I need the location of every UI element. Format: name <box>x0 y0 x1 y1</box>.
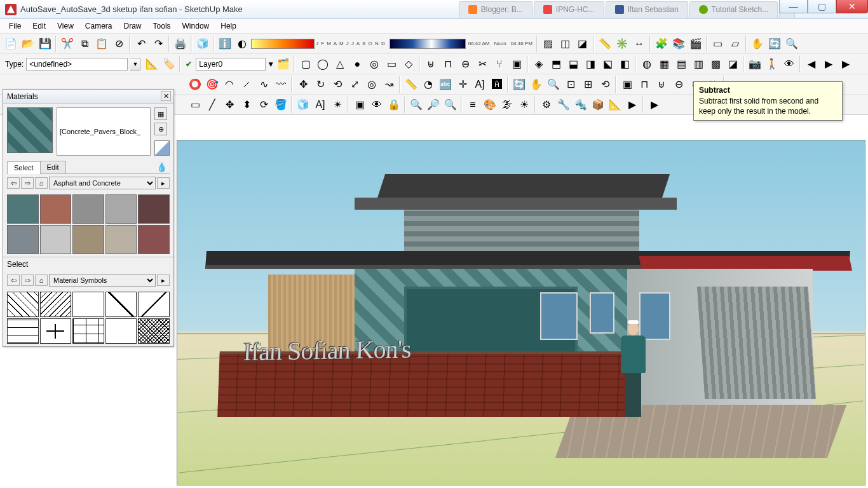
move-icon[interactable]: ✥ <box>221 97 238 113</box>
symbol-swatch[interactable] <box>105 318 137 344</box>
material-name-input[interactable] <box>57 107 151 156</box>
create-material-icon[interactable]: ▦ <box>154 107 167 120</box>
paste-icon[interactable]: 📋 <box>93 36 110 52</box>
subtract-green-icon[interactable]: ⊖ <box>670 76 687 93</box>
outer-shell-icon[interactable]: ▣ <box>508 56 525 72</box>
minimize-button[interactable]: — <box>779 0 808 13</box>
rotate-red-icon[interactable]: ↻ <box>312 76 329 93</box>
hand-icon[interactable]: ✋ <box>749 36 766 52</box>
lib-menu-icon[interactable]: ▸ <box>157 177 170 189</box>
material-swatch[interactable] <box>72 194 104 224</box>
3d-viewport[interactable]: Ifan Sofian Kon's <box>177 140 865 485</box>
symbol-swatch[interactable] <box>7 292 39 317</box>
materials-tab-edit[interactable]: Edit <box>40 161 66 173</box>
outliner-icon[interactable]: 📚 <box>670 36 687 52</box>
layer-icon[interactable]: ≡ <box>465 97 481 113</box>
symbol-swatch[interactable] <box>72 292 104 317</box>
shaded-tex-icon[interactable]: ▩ <box>707 56 724 72</box>
text-icon[interactable]: A] <box>312 97 329 113</box>
plugin6-icon[interactable]: ▶ <box>624 97 641 113</box>
plugin3-icon[interactable]: 🔩 <box>573 97 589 113</box>
walk-icon[interactable]: 🚶 <box>764 56 780 72</box>
axes-tool-icon[interactable]: ✛ <box>454 76 471 93</box>
line-icon[interactable]: ╱ <box>204 97 220 113</box>
hide-icon[interactable]: 👁 <box>369 97 385 113</box>
explode-icon[interactable]: ✴ <box>329 97 346 113</box>
symbol-swatch[interactable] <box>105 292 137 317</box>
info-icon[interactable]: ℹ️ <box>217 36 233 52</box>
dimension-icon[interactable]: ↔ <box>631 36 648 52</box>
dims-tool-icon[interactable]: 📐 <box>144 56 160 72</box>
circle-red-icon[interactable]: ⭕ <box>187 76 203 93</box>
materials-tab-select[interactable]: Select <box>7 161 41 174</box>
nav-fwd-icon[interactable]: ⇨ <box>21 274 34 286</box>
nav-back-icon[interactable]: ⇦ <box>7 274 20 286</box>
front-view-icon[interactable]: ⬓ <box>565 56 581 72</box>
3dtext-icon[interactable]: 🅰 <box>489 76 505 93</box>
tape-measure-icon[interactable]: 📏 <box>597 36 613 52</box>
components-icon[interactable]: 🧩 <box>653 36 670 52</box>
scenes-icon[interactable]: 🎬 <box>688 36 704 52</box>
copy-icon[interactable]: ⧉ <box>76 36 93 52</box>
zoom-in-icon[interactable]: 🔎 <box>425 97 442 113</box>
move-arrows-icon[interactable]: ✥ <box>295 76 311 93</box>
default-material-icon[interactable] <box>154 140 170 156</box>
zoom-extents-icon[interactable]: ⊞ <box>580 76 596 93</box>
split-icon[interactable]: ⑂ <box>491 56 508 72</box>
follow-red-icon[interactable]: ↝ <box>381 76 397 93</box>
eraser-icon[interactable]: ▱ <box>727 36 743 52</box>
box-icon[interactable]: ▢ <box>297 56 314 72</box>
union-green-icon[interactable]: ⊎ <box>653 76 670 93</box>
symbol-swatch[interactable] <box>40 292 72 317</box>
browser-tab[interactable]: Tutorial Sketch... <box>689 1 778 18</box>
prism-icon[interactable]: ◇ <box>400 56 417 72</box>
material-swatch[interactable] <box>138 194 170 224</box>
select-icon[interactable]: ▭ <box>710 36 726 52</box>
print-icon[interactable]: 🖨️ <box>172 36 189 52</box>
maximize-button[interactable]: ▢ <box>808 0 836 13</box>
symbol-swatch[interactable] <box>7 318 39 344</box>
delete-icon[interactable]: ⊘ <box>111 36 127 52</box>
material-swatch[interactable] <box>40 225 72 254</box>
plugin2-icon[interactable]: 🔧 <box>555 97 572 113</box>
torus-icon[interactable]: ◎ <box>366 56 383 72</box>
mono-icon[interactable]: ◪ <box>724 56 741 72</box>
menu-camera[interactable]: Camera <box>80 20 118 32</box>
layer-input[interactable] <box>196 58 266 71</box>
layer-manager-icon[interactable]: 🗂️ <box>275 56 292 72</box>
zoom-sel-icon[interactable]: 🔍 <box>408 97 424 113</box>
orbit-green-icon[interactable]: 🔄 <box>511 76 527 93</box>
section-display-icon[interactable]: ◫ <box>557 36 574 52</box>
orbit-icon[interactable]: 🔄 <box>766 36 783 52</box>
date-slider[interactable] <box>251 39 315 49</box>
zoom-green-icon[interactable]: 🔍 <box>545 76 562 93</box>
zoom-out-icon[interactable]: 🔍 <box>442 97 459 113</box>
layer-dropdown-icon[interactable]: ▼ <box>267 60 275 69</box>
nav-fwd-icon[interactable]: ⇨ <box>21 177 34 189</box>
scale-figure-person[interactable] <box>618 322 649 417</box>
hidden-line-icon[interactable]: ▤ <box>673 56 689 72</box>
next-scene-icon[interactable]: ▶ <box>837 56 854 72</box>
intersect-green-icon[interactable]: ⊓ <box>636 76 653 93</box>
material-preview-swatch[interactable] <box>7 107 53 153</box>
lock-icon[interactable]: 🔒 <box>386 97 402 113</box>
new-file-icon[interactable]: 📄 <box>3 36 19 52</box>
material-swatch[interactable] <box>40 194 72 224</box>
panel-close-icon[interactable]: ✕ <box>161 91 171 101</box>
zoom-icon[interactable]: 🔍 <box>783 36 800 52</box>
left-view-icon[interactable]: ◧ <box>616 56 633 72</box>
close-button[interactable]: ✕ <box>836 0 868 13</box>
wireframe-icon[interactable]: ▦ <box>656 56 672 72</box>
style-icon[interactable]: 🎨 <box>482 97 498 113</box>
rotate2-icon[interactable]: ⟲ <box>329 76 346 93</box>
symbol-swatch[interactable] <box>72 318 104 344</box>
materials-header[interactable]: Materials ✕ <box>3 90 173 104</box>
menu-file[interactable]: File <box>4 20 26 32</box>
plugin4-icon[interactable]: 📦 <box>590 97 606 113</box>
menu-view[interactable]: View <box>52 20 79 32</box>
shadows-icon[interactable]: ☀ <box>516 97 532 113</box>
cylinder-icon[interactable]: ◯ <box>315 56 331 72</box>
layer-visible-icon[interactable]: ✔ <box>186 60 192 69</box>
plugin-icon[interactable]: ⚙ <box>538 97 555 113</box>
house-model[interactable]: Ifan Sofian Kon's <box>219 168 837 464</box>
